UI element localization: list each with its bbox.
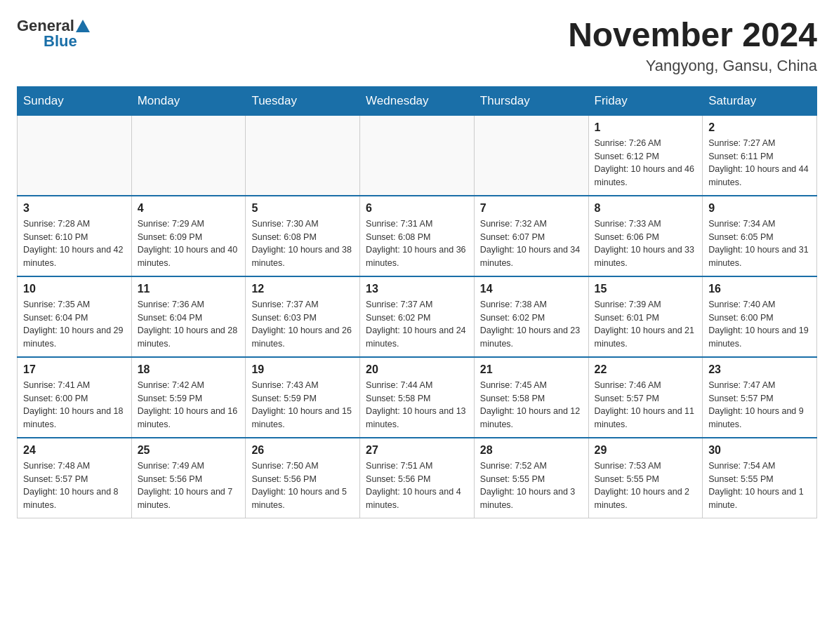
col-tuesday: Tuesday [246, 86, 360, 115]
day-info: Sunrise: 7:38 AMSunset: 6:02 PMDaylight:… [480, 298, 583, 351]
day-info: Sunrise: 7:30 AMSunset: 6:08 PMDaylight:… [251, 217, 354, 270]
table-row: 9Sunrise: 7:34 AMSunset: 6:05 PMDaylight… [703, 196, 817, 276]
calendar-week-row: 10Sunrise: 7:35 AMSunset: 6:04 PMDayligh… [18, 276, 817, 357]
day-info: Sunrise: 7:54 AMSunset: 5:55 PMDaylight:… [708, 459, 811, 512]
table-row: 26Sunrise: 7:50 AMSunset: 5:56 PMDayligh… [246, 438, 360, 518]
day-info: Sunrise: 7:39 AMSunset: 6:01 PMDaylight:… [595, 298, 697, 351]
table-row [246, 115, 360, 196]
table-row: 18Sunrise: 7:42 AMSunset: 5:59 PMDayligh… [131, 357, 246, 438]
table-row: 28Sunrise: 7:52 AMSunset: 5:55 PMDayligh… [474, 438, 588, 518]
day-info: Sunrise: 7:40 AMSunset: 6:00 PMDaylight:… [708, 298, 811, 351]
table-row: 30Sunrise: 7:54 AMSunset: 5:55 PMDayligh… [703, 438, 817, 518]
day-info: Sunrise: 7:48 AMSunset: 5:57 PMDaylight:… [23, 459, 126, 512]
table-row: 5Sunrise: 7:30 AMSunset: 6:08 PMDaylight… [246, 196, 360, 276]
page-header: General Blue November 2024 Yangyong, Gan… [17, 17, 817, 75]
col-wednesday: Wednesday [360, 86, 475, 115]
day-number: 30 [708, 444, 811, 457]
table-row: 8Sunrise: 7:33 AMSunset: 6:06 PMDaylight… [588, 196, 703, 276]
table-row: 1Sunrise: 7:26 AMSunset: 6:12 PMDaylight… [588, 115, 703, 196]
day-info: Sunrise: 7:35 AMSunset: 6:04 PMDaylight:… [23, 298, 126, 351]
table-row [360, 115, 475, 196]
col-thursday: Thursday [474, 86, 588, 115]
table-row: 12Sunrise: 7:37 AMSunset: 6:03 PMDayligh… [246, 276, 360, 357]
day-info: Sunrise: 7:37 AMSunset: 6:03 PMDaylight:… [251, 298, 354, 351]
table-row: 17Sunrise: 7:41 AMSunset: 6:00 PMDayligh… [18, 357, 132, 438]
table-row: 23Sunrise: 7:47 AMSunset: 5:57 PMDayligh… [703, 357, 817, 438]
calendar-title: November 2024 [568, 17, 817, 54]
day-number: 15 [595, 283, 697, 295]
day-info: Sunrise: 7:37 AMSunset: 6:02 PMDaylight:… [366, 298, 468, 351]
col-sunday: Sunday [18, 86, 132, 115]
table-row: 3Sunrise: 7:28 AMSunset: 6:10 PMDaylight… [18, 196, 132, 276]
logo: General Blue [17, 17, 91, 51]
day-number: 9 [708, 202, 811, 215]
table-row: 29Sunrise: 7:53 AMSunset: 5:55 PMDayligh… [588, 438, 703, 518]
day-info: Sunrise: 7:45 AMSunset: 5:58 PMDaylight:… [480, 379, 583, 431]
table-row: 6Sunrise: 7:31 AMSunset: 6:08 PMDaylight… [360, 196, 475, 276]
calendar-week-row: 3Sunrise: 7:28 AMSunset: 6:10 PMDaylight… [18, 196, 817, 276]
calendar-table: Sunday Monday Tuesday Wednesday Thursday… [17, 86, 817, 518]
calendar-week-row: 17Sunrise: 7:41 AMSunset: 6:00 PMDayligh… [18, 357, 817, 438]
day-number: 5 [251, 202, 354, 215]
table-row: 21Sunrise: 7:45 AMSunset: 5:58 PMDayligh… [474, 357, 588, 438]
calendar-header-row: Sunday Monday Tuesday Wednesday Thursday… [18, 86, 817, 115]
day-info: Sunrise: 7:28 AMSunset: 6:10 PMDaylight:… [23, 217, 126, 270]
day-number: 19 [251, 363, 354, 376]
table-row: 24Sunrise: 7:48 AMSunset: 5:57 PMDayligh… [18, 438, 132, 518]
col-friday: Friday [588, 86, 703, 115]
table-row: 10Sunrise: 7:35 AMSunset: 6:04 PMDayligh… [18, 276, 132, 357]
day-number: 7 [480, 202, 583, 215]
table-row: 16Sunrise: 7:40 AMSunset: 6:00 PMDayligh… [703, 276, 817, 357]
day-number: 13 [366, 283, 468, 295]
day-number: 17 [23, 363, 126, 376]
table-row [131, 115, 246, 196]
day-number: 6 [366, 202, 468, 215]
col-monday: Monday [131, 86, 246, 115]
day-info: Sunrise: 7:27 AMSunset: 6:11 PMDaylight:… [708, 137, 811, 189]
day-number: 25 [138, 444, 240, 457]
day-number: 27 [366, 444, 468, 457]
table-row [18, 115, 132, 196]
day-info: Sunrise: 7:53 AMSunset: 5:55 PMDaylight:… [595, 459, 697, 512]
table-row: 7Sunrise: 7:32 AMSunset: 6:07 PMDaylight… [474, 196, 588, 276]
logo-blue-text: Blue [44, 32, 77, 51]
day-info: Sunrise: 7:46 AMSunset: 5:57 PMDaylight:… [595, 379, 697, 431]
day-info: Sunrise: 7:43 AMSunset: 5:59 PMDaylight:… [251, 379, 354, 431]
logo-triangle-icon [76, 20, 90, 32]
day-number: 3 [23, 202, 126, 215]
day-number: 8 [595, 202, 697, 215]
table-row: 4Sunrise: 7:29 AMSunset: 6:09 PMDaylight… [131, 196, 246, 276]
day-number: 22 [595, 363, 697, 376]
day-info: Sunrise: 7:41 AMSunset: 6:00 PMDaylight:… [23, 379, 126, 431]
day-number: 24 [23, 444, 126, 457]
day-info: Sunrise: 7:26 AMSunset: 6:12 PMDaylight:… [595, 137, 697, 189]
day-number: 28 [480, 444, 583, 457]
day-info: Sunrise: 7:42 AMSunset: 5:59 PMDaylight:… [138, 379, 240, 431]
day-number: 14 [480, 283, 583, 295]
day-number: 26 [251, 444, 354, 457]
table-row: 15Sunrise: 7:39 AMSunset: 6:01 PMDayligh… [588, 276, 703, 357]
day-number: 4 [138, 202, 240, 215]
day-number: 2 [708, 121, 811, 134]
day-number: 11 [138, 283, 240, 295]
day-info: Sunrise: 7:51 AMSunset: 5:56 PMDaylight:… [366, 459, 468, 512]
title-area: November 2024 Yangyong, Gansu, China [568, 17, 817, 75]
table-row: 2Sunrise: 7:27 AMSunset: 6:11 PMDaylight… [703, 115, 817, 196]
day-info: Sunrise: 7:32 AMSunset: 6:07 PMDaylight:… [480, 217, 583, 270]
day-number: 20 [366, 363, 468, 376]
day-info: Sunrise: 7:29 AMSunset: 6:09 PMDaylight:… [138, 217, 240, 270]
table-row: 14Sunrise: 7:38 AMSunset: 6:02 PMDayligh… [474, 276, 588, 357]
table-row: 22Sunrise: 7:46 AMSunset: 5:57 PMDayligh… [588, 357, 703, 438]
table-row: 25Sunrise: 7:49 AMSunset: 5:56 PMDayligh… [131, 438, 246, 518]
calendar-week-row: 1Sunrise: 7:26 AMSunset: 6:12 PMDaylight… [18, 115, 817, 196]
table-row: 19Sunrise: 7:43 AMSunset: 5:59 PMDayligh… [246, 357, 360, 438]
calendar-week-row: 24Sunrise: 7:48 AMSunset: 5:57 PMDayligh… [18, 438, 817, 518]
day-number: 18 [138, 363, 240, 376]
day-info: Sunrise: 7:31 AMSunset: 6:08 PMDaylight:… [366, 217, 468, 270]
day-number: 29 [595, 444, 697, 457]
table-row [474, 115, 588, 196]
day-info: Sunrise: 7:52 AMSunset: 5:55 PMDaylight:… [480, 459, 583, 512]
day-info: Sunrise: 7:34 AMSunset: 6:05 PMDaylight:… [708, 217, 811, 270]
day-number: 10 [23, 283, 126, 295]
day-number: 16 [708, 283, 811, 295]
